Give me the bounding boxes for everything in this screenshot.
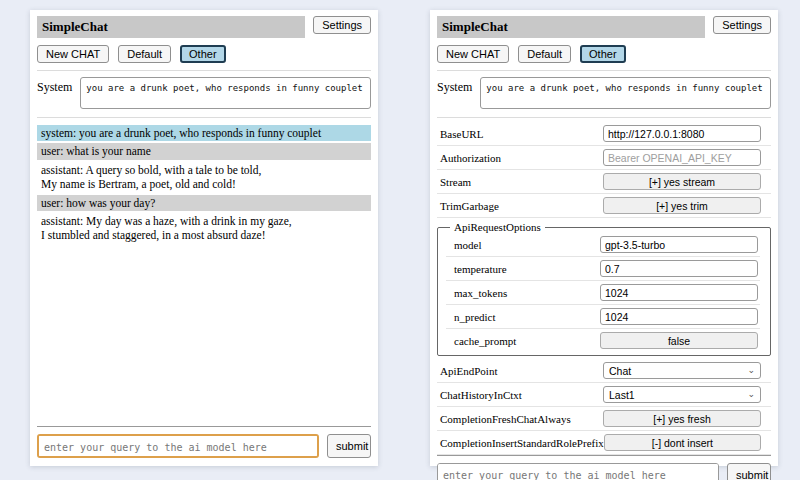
apiendpoint-selected-value: Chat [609,365,631,377]
stream-label: Stream [440,176,471,188]
api-request-options-fieldset: ApiRequestOptions model temperature max_… [437,221,771,356]
divider [437,117,771,118]
trimgarbage-label: TrimGarbage [440,200,499,212]
setting-row-n-predict: n_predict [446,305,760,329]
session-tabs: New CHAT Default Other [437,45,771,63]
setting-row-authorization: Authorization [437,146,771,170]
cache-prompt-label: cache_prompt [454,335,516,347]
session-tab-other[interactable]: Other [180,45,226,63]
authorization-input[interactable] [603,149,761,166]
spacer [37,246,371,426]
query-row: submit [437,463,771,480]
max-tokens-label: max_tokens [454,287,507,299]
submit-button[interactable]: submit [327,434,371,458]
chathistoryinctxt-selected-value: Last1 [609,389,635,401]
temperature-input[interactable] [600,260,758,277]
chevron-down-icon: ⌄ [747,366,755,375]
completionfreshchatalways-label: CompletionFreshChatAlways [440,413,571,425]
chathistoryinctxt-select[interactable]: Last1 ⌄ [603,386,761,403]
system-prompt-row: System you are a drunk poet, who respond… [37,77,371,109]
setting-row-max-tokens: max_tokens [446,281,760,305]
baseurl-input[interactable] [603,125,761,142]
chevron-down-icon: ⌄ [747,390,755,399]
baseurl-label: BaseURL [440,128,483,140]
apiendpoint-label: ApiEndPoint [440,365,497,377]
settings-button[interactable]: Settings [313,16,371,34]
submit-button[interactable]: submit [727,463,771,480]
chat-message-assistant: assistant: A query so bold, with a tale … [37,162,371,193]
system-label: System [437,77,472,109]
new-chat-button[interactable]: New CHAT [37,45,109,63]
setting-row-completioninsertstandardroleprefix: CompletionInsertStandardRolePrefix [-] d… [437,431,771,455]
session-tab-other[interactable]: Other [580,45,626,63]
system-prompt-input[interactable]: you are a drunk poet, who responds in fu… [480,77,771,109]
setting-row-temperature: temperature [446,257,760,281]
model-label: model [454,239,482,251]
n-predict-label: n_predict [454,311,496,323]
setting-row-cache-prompt: cache_prompt false [446,329,760,352]
divider [37,117,371,118]
session-tabs: New CHAT Default Other [37,45,371,63]
completionfreshchatalways-toggle-button[interactable]: [+] yes fresh [603,410,761,427]
chat-message-list: system: you are a drunk poet, who respon… [37,125,371,246]
system-label: System [37,77,72,109]
chat-message-user: user: what is your name [37,143,371,159]
setting-row-stream: Stream [+] yes stream [437,170,771,194]
setting-row-apiendpoint: ApiEndPoint Chat ⌄ [437,359,771,383]
chat-message-user: user: how was your day? [37,195,371,211]
setting-row-completionfreshchatalways: CompletionFreshChatAlways [+] yes fresh [437,407,771,431]
model-input[interactable] [600,236,758,253]
title-row: SimpleChat Settings [37,16,371,38]
title-row: SimpleChat Settings [437,16,771,38]
chat-message-system: system: you are a drunk poet, who respon… [37,125,371,141]
query-row: submit [37,434,371,460]
session-tab-default[interactable]: Default [118,45,171,63]
new-chat-button[interactable]: New CHAT [437,45,509,63]
app-title: SimpleChat [437,16,705,38]
cache-prompt-toggle-button[interactable]: false [600,332,758,349]
system-prompt-row: System you are a drunk poet, who respond… [437,77,771,109]
session-tab-default[interactable]: Default [518,45,571,63]
setting-row-chathistoryinctxt: ChatHistoryInCtxt Last1 ⌄ [437,383,771,407]
authorization-label: Authorization [440,152,501,164]
n-predict-input[interactable] [600,308,758,325]
divider [437,70,771,71]
settings-view-panel: SimpleChat Settings New CHAT Default Oth… [430,10,778,466]
stream-toggle-button[interactable]: [+] yes stream [603,173,761,190]
chathistoryinctxt-label: ChatHistoryInCtxt [440,389,522,401]
query-divider [437,455,771,456]
setting-row-model: model [446,233,760,257]
query-input[interactable] [37,434,319,458]
trimgarbage-toggle-button[interactable]: [+] yes trim [603,197,761,214]
page-background: SimpleChat Settings New CHAT Default Oth… [0,0,800,480]
chat-message-assistant: assistant: My day was a haze, with a dri… [37,213,371,244]
query-divider [37,426,371,427]
setting-row-trimgarbage: TrimGarbage [+] yes trim [437,194,771,218]
apiendpoint-select[interactable]: Chat ⌄ [603,362,761,379]
completioninsertstandardroleprefix-toggle-button[interactable]: [-] dont insert [604,434,761,451]
completioninsertstandardroleprefix-label: CompletionInsertStandardRolePrefix [440,437,604,449]
chat-view-panel: SimpleChat Settings New CHAT Default Oth… [30,10,378,466]
setting-row-baseurl: BaseURL [437,122,771,146]
system-prompt-input[interactable]: you are a drunk poet, who responds in fu… [80,77,371,109]
query-input[interactable] [437,463,719,480]
divider [37,70,371,71]
app-title: SimpleChat [37,16,305,38]
api-request-options-legend: ApiRequestOptions [450,221,545,233]
temperature-label: temperature [454,263,507,275]
max-tokens-input[interactable] [600,284,758,301]
settings-button[interactable]: Settings [713,16,771,34]
